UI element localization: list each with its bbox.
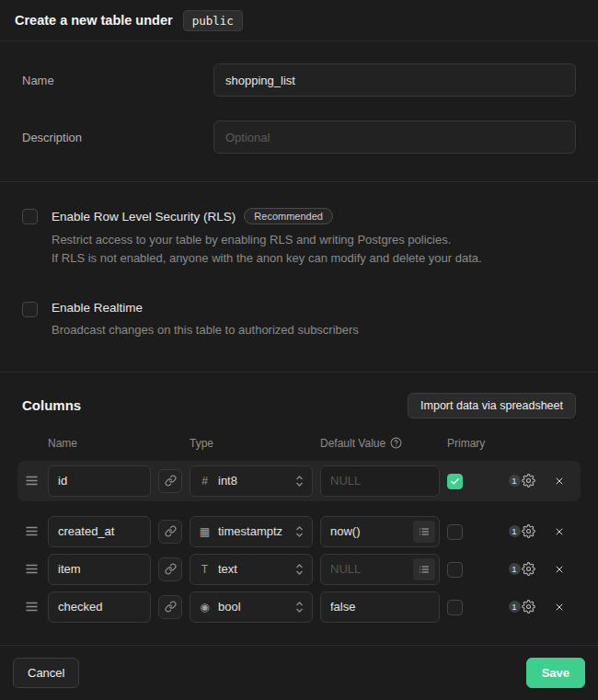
default-suggestions-icon[interactable] (413, 558, 435, 580)
settings-count-badge: 1 (509, 475, 521, 487)
help-icon[interactable] (390, 437, 402, 449)
rls-label-row: Enable Row Level Security (RLS) Recommen… (52, 208, 482, 224)
close-cell (550, 598, 569, 616)
foreign-key-link-icon[interactable] (158, 520, 182, 544)
eye-icon: ◉ (199, 601, 211, 614)
remove-column-icon[interactable] (550, 472, 569, 490)
select-chevrons-icon (295, 563, 304, 576)
settings-count-badge: 1 (509, 563, 521, 575)
recommended-badge: Recommended (244, 208, 333, 224)
link-cell (158, 557, 182, 581)
name-column-header: Name (48, 437, 151, 450)
default-value-input[interactable] (320, 591, 440, 623)
primary-checkbox[interactable] (447, 562, 463, 578)
default-cell (320, 591, 440, 623)
column-type-value: text (218, 562, 288, 576)
cancel-button[interactable]: Cancel (13, 658, 79, 688)
drag-handle-icon[interactable] (22, 564, 40, 574)
foreign-key-link-icon[interactable] (158, 595, 182, 619)
default-value-input (320, 465, 440, 497)
panel-title: Create a new table under (15, 13, 173, 28)
type-cell: ▦timestamptz (190, 516, 313, 547)
column-name-input[interactable] (48, 591, 151, 623)
rls-checkbox[interactable] (22, 209, 38, 224)
table-options-section: Enable Row Level Security (RLS) Recommen… (0, 182, 598, 373)
import-spreadsheet-button[interactable]: Import data via spreadsheet (408, 393, 576, 419)
column-settings-button[interactable]: 1 (500, 524, 543, 538)
calendar-icon: ▦ (199, 525, 211, 538)
default-cell (320, 554, 440, 585)
column-row: #int81 (17, 461, 581, 501)
close-cell (550, 560, 569, 579)
primary-cell (447, 473, 493, 489)
primary-cell (447, 599, 493, 615)
select-chevrons-icon (295, 525, 304, 538)
column-row: ◉bool1 (22, 591, 576, 623)
remove-column-icon[interactable] (550, 598, 569, 616)
column-settings-button[interactable]: 1 (500, 600, 543, 614)
table-name-input[interactable] (213, 63, 576, 97)
type-cell: ◉bool (190, 591, 313, 623)
column-type-select[interactable]: #int8 (190, 465, 313, 497)
column-type-value: bool (218, 600, 288, 614)
select-chevrons-icon (295, 601, 304, 614)
foreign-key-link-icon[interactable] (158, 469, 182, 493)
foreign-key-link-icon[interactable] (158, 557, 182, 581)
columns-rows: #int81▦timestamptz1Ttext1◉bool1 (22, 461, 576, 623)
rls-content: Enable Row Level Security (RLS) Recommen… (52, 208, 482, 266)
close-cell (550, 472, 569, 490)
column-settings-button[interactable]: 1 (500, 562, 543, 576)
name-field-row: Name (22, 63, 576, 97)
columns-table-header: Name Type Default Value Primary (22, 437, 576, 450)
primary-checkbox[interactable] (447, 524, 463, 540)
gear-icon (522, 524, 535, 538)
column-type-select[interactable]: Ttext (190, 554, 313, 585)
remove-column-icon[interactable] (550, 560, 569, 579)
description-field-row: Description (22, 120, 576, 154)
drag-handle-icon[interactable] (22, 476, 40, 486)
link-cell (158, 595, 182, 619)
realtime-label: Enable Realtime (52, 301, 143, 315)
column-row: ▦timestamptz1 (22, 516, 576, 547)
realtime-label-row: Enable Realtime (52, 301, 359, 315)
select-chevrons-icon (295, 475, 304, 488)
description-label: Description (22, 131, 213, 144)
primary-checkbox[interactable] (447, 474, 463, 489)
columns-section-header: Columns Import data via spreadsheet (22, 393, 576, 419)
gear-icon (522, 600, 535, 614)
link-cell (158, 520, 182, 544)
column-name-input[interactable] (48, 516, 151, 547)
column-row: Ttext1 (22, 554, 576, 585)
primary-cell (447, 523, 493, 540)
table-description-input[interactable] (213, 120, 576, 154)
primary-cell (447, 561, 493, 578)
drag-handle-icon[interactable] (22, 526, 40, 536)
panel-footer: Cancel Save (0, 645, 598, 700)
gear-icon (522, 474, 535, 488)
column-name-input[interactable] (48, 554, 151, 585)
table-details-section: Name Description (0, 41, 598, 182)
settings-count-badge: 1 (509, 525, 521, 537)
realtime-content: Enable Realtime Broadcast changes on thi… (52, 301, 359, 339)
remove-column-icon[interactable] (550, 522, 569, 541)
column-settings-button[interactable]: 1 (500, 474, 543, 488)
column-name-input[interactable] (48, 465, 151, 497)
name-label: Name (22, 74, 213, 87)
realtime-checkbox[interactable] (22, 302, 38, 317)
default-suggestions-icon[interactable] (413, 521, 435, 543)
type-cell: #int8 (190, 465, 313, 497)
create-table-panel: Create a new table under public Name Des… (0, 0, 598, 700)
rls-option: Enable Row Level Security (RLS) Recommen… (22, 208, 576, 266)
column-type-select[interactable]: ◉bool (190, 591, 313, 623)
column-type-value: int8 (218, 474, 288, 488)
realtime-option: Enable Realtime Broadcast changes on thi… (22, 301, 576, 339)
default-column-header: Default Value (320, 437, 440, 450)
schema-badge: public (183, 10, 243, 31)
primary-checkbox[interactable] (447, 600, 463, 615)
save-button[interactable]: Save (526, 658, 585, 688)
drag-handle-icon[interactable] (22, 602, 40, 612)
columns-section: Columns Import data via spreadsheet Name… (0, 373, 598, 645)
default-header-label: Default Value (320, 437, 385, 450)
rls-label: Enable Row Level Security (RLS) (52, 210, 236, 224)
column-type-select[interactable]: ▦timestamptz (190, 516, 313, 547)
